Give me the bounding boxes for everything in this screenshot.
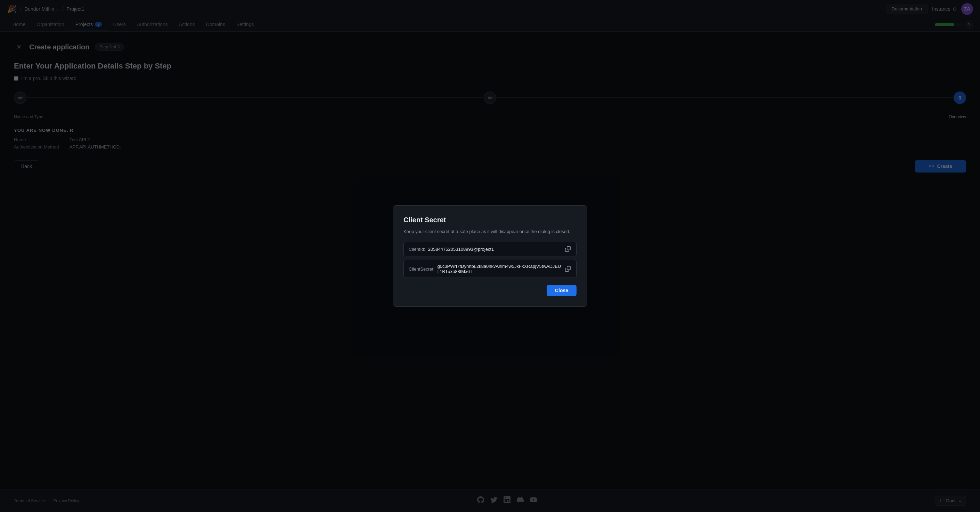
client-secret-field: ClientSecret: g0c3PWrI7fDyhhbu2k8a0nkvAn… [404, 260, 576, 278]
client-id-value: 205844752053108993@project1 [428, 247, 562, 252]
copy-client-id-button[interactable] [564, 246, 571, 252]
modal-footer: Close [404, 285, 576, 296]
client-secret-modal: Client Secret Keep your client secret at… [393, 205, 587, 307]
client-secret-value: g0c3PWrI7fDyhhbu2k8a0nkvAnlm4w5JkFkXRapj… [437, 264, 562, 274]
client-id-label: ClientId: [409, 247, 425, 252]
client-id-field: ClientId: 205844752053108993@project1 [404, 242, 576, 256]
modal-overlay: Client Secret Keep your client secret at… [0, 0, 980, 512]
modal-close-button[interactable]: Close [547, 285, 576, 296]
modal-description: Keep your client secret at a safe place … [404, 228, 576, 235]
modal-title: Client Secret [404, 216, 576, 224]
client-secret-label: ClientSecret: [409, 266, 434, 272]
copy-client-secret-button[interactable] [564, 265, 571, 272]
